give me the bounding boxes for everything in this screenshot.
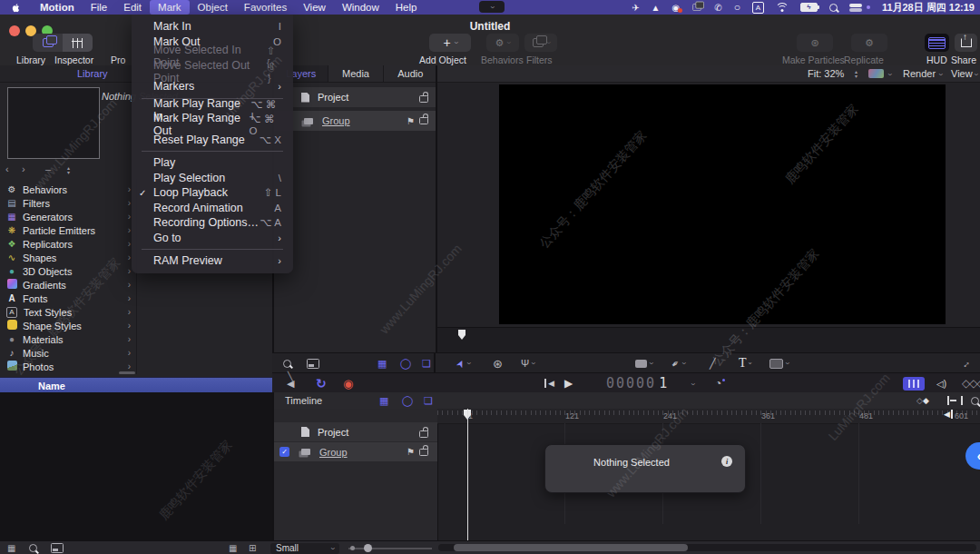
browser-view-icon[interactable]: ▦ [7, 541, 15, 554]
timeline-playhead[interactable] [467, 409, 468, 540]
select-tool[interactable]: ➤› [456, 353, 470, 373]
text-tool[interactable]: T› [739, 353, 752, 373]
spotlight-search-icon[interactable] [829, 4, 838, 12]
menu-favorites[interactable]: Favorites [236, 0, 295, 15]
bezier-tool[interactable]: ✒› [671, 353, 685, 373]
library-toggle-button[interactable] [33, 34, 63, 52]
render-menu[interactable]: Render [903, 68, 936, 79]
behaviors-button[interactable]: ⚙ › [486, 34, 519, 52]
menu-item-ram-preview[interactable]: RAM Preview› [132, 253, 293, 269]
show-video-timeline-button[interactable] [903, 373, 925, 393]
preview-stepper[interactable]: ▴▾ [67, 166, 70, 174]
canvas-mini-timeline[interactable] [437, 327, 980, 353]
unlock-icon[interactable] [419, 449, 428, 456]
input-source-icon[interactable]: A [752, 2, 764, 14]
show-groups-toggle[interactable]: ❏ [422, 353, 431, 373]
menubar-clock[interactable]: 11月28日 周四 12:19 [882, 1, 975, 15]
name-column-header[interactable]: Name [0, 377, 272, 393]
view-menu[interactable]: View [951, 68, 973, 79]
show-keyframes-button[interactable]: ◇◇◇ [962, 373, 980, 393]
show-audio-timeline-button[interactable]: ◁) [936, 373, 946, 393]
zoom-level-control[interactable]: Fit: 32% [808, 68, 844, 79]
channel-thumbnail[interactable] [868, 69, 884, 78]
menu-view[interactable]: View [295, 0, 334, 15]
info-icon[interactable]: i [721, 456, 732, 467]
thumbnail-size-select[interactable]: Small › [270, 543, 339, 554]
display-icon[interactable] [51, 541, 64, 554]
menu-item-loop-playback[interactable]: ✓Loop Playback⇧ L [132, 185, 293, 201]
mini-playhead[interactable] [458, 330, 466, 340]
search-icon[interactable] [29, 541, 37, 554]
timer-icon[interactable]: ◔ [715, 373, 725, 393]
trim-icon[interactable] [947, 396, 963, 405]
show-masks-toggle[interactable]: ◯ [400, 353, 411, 373]
library-item-generators[interactable]: ▦Generators› [0, 210, 136, 223]
filters-button[interactable]: › [524, 34, 557, 52]
tab-audio[interactable]: Audio [384, 65, 437, 82]
tab-library[interactable]: Library [77, 68, 108, 79]
replicate-button[interactable]: ⚙ [851, 34, 887, 52]
activation-checkbox[interactable]: ✓ [279, 447, 289, 457]
library-item-fonts[interactable]: AFonts› [0, 292, 136, 305]
control-center-icon[interactable] [849, 4, 863, 12]
menu-item-go-to[interactable]: Go to› [132, 231, 293, 246]
pan-tool[interactable]: Ψ› [521, 353, 534, 373]
menu-item-markers[interactable]: Markers› [132, 79, 293, 94]
timecode-display[interactable]: 000001 [606, 373, 669, 393]
timeline-row-project[interactable]: Project [274, 422, 437, 441]
menu-item-play[interactable]: Play [132, 155, 293, 171]
menu-edit[interactable]: Edit [115, 0, 150, 15]
play-button[interactable]: ▶ [564, 373, 573, 393]
flag-icon[interactable]: ⚑ [407, 116, 415, 126]
unlock-icon[interactable] [419, 117, 428, 124]
menu-window[interactable]: Window [334, 0, 387, 15]
display-filter-icon[interactable] [307, 353, 319, 373]
timeline-show-images-toggle[interactable]: ▦ [379, 395, 388, 407]
unlock-icon[interactable] [419, 430, 428, 438]
ring-icon[interactable]: ○ [734, 1, 740, 14]
timeline-show-groups-toggle[interactable]: ❏ [424, 395, 433, 407]
menu-help[interactable]: Help [387, 0, 426, 15]
library-item-gradients[interactable]: Gradients› [0, 278, 136, 292]
flag-icon[interactable]: ⚑ [407, 447, 415, 457]
close-window-button[interactable] [9, 25, 20, 36]
add-object-button[interactable]: + › [429, 34, 471, 52]
timecode-menu-chevron[interactable]: › [689, 383, 698, 386]
menu-item-reset-play-range[interactable]: Reset Play Range⌥ X [132, 133, 293, 148]
menu-file[interactable]: File [83, 0, 116, 15]
menu-item-play-selection[interactable]: Play Selection\ [132, 171, 293, 186]
search-layers-icon[interactable] [283, 353, 291, 373]
unlock-icon[interactable] [419, 95, 428, 103]
keyframe-pair-icon[interactable]: ◇◆ [916, 396, 929, 405]
library-item-3d-objects[interactable]: ●3D Objects› [0, 264, 136, 278]
timeline-row-group[interactable]: ✓ Group ⚑ [274, 442, 437, 461]
go-to-start-button[interactable]: ◀ [544, 373, 554, 393]
canvas-viewport[interactable] [499, 84, 946, 324]
library-item-materials[interactable]: ●Materials› [0, 332, 136, 346]
library-item-particle-emitters[interactable]: ❋Particle Emitters› [0, 223, 136, 237]
back-button[interactable]: ‹ [5, 163, 9, 174]
timeline-horizontal-scrollbar[interactable] [438, 544, 976, 551]
library-item-replicators[interactable]: ❖Replicators› [0, 237, 136, 251]
timeline-ruler[interactable]: 1 121 241 361 481 601 ◀ [437, 409, 980, 424]
wifi-icon[interactable] [776, 3, 789, 13]
menu-motion[interactable]: Motion [32, 0, 83, 15]
menu-item-record-animation[interactable]: Record AnimationA [132, 201, 293, 216]
scrollbar-handle[interactable] [454, 544, 688, 551]
library-scrollbar[interactable] [119, 371, 135, 374]
layers-row-project[interactable]: Project [274, 87, 437, 107]
menu-object[interactable]: Object [190, 0, 236, 15]
library-item-filters[interactable]: ▤Filters› [0, 196, 136, 210]
loop-playback-button[interactable]: ↻ [316, 373, 327, 393]
zoom-stepper[interactable]: ▴▾ [855, 70, 858, 78]
windows-icon[interactable] [691, 3, 702, 12]
library-item-shapes[interactable]: ∿Shapes› [0, 251, 136, 264]
library-item-text-styles[interactable]: AText Styles› [0, 305, 136, 319]
apple-menu[interactable] [0, 0, 32, 15]
slider-handle[interactable] [364, 544, 372, 552]
record-button[interactable]: ◉ [343, 373, 353, 393]
paint-stroke-tool[interactable]: ╱ [710, 353, 716, 373]
layer-name[interactable]: Group [319, 447, 407, 458]
inspector-toggle-button[interactable] [63, 34, 93, 52]
forward-button[interactable]: › [22, 163, 25, 174]
